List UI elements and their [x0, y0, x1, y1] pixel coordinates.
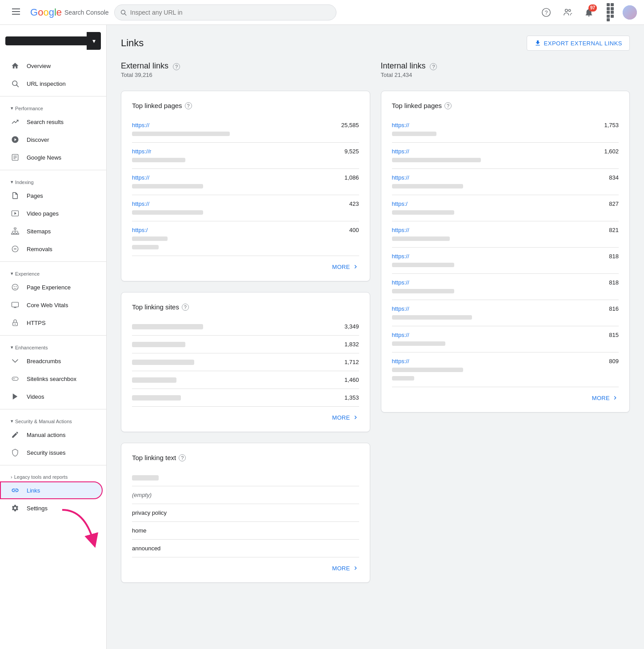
- cards-row: External links ? Total 39,216 Top linked…: [121, 61, 630, 583]
- external-links-column: External links ? Total 39,216 Top linked…: [121, 61, 370, 583]
- sidebar-item-search-results[interactable]: Search results: [0, 113, 103, 131]
- section-label-performance[interactable]: ▾ Performance: [0, 100, 106, 113]
- linking-site-row-1: 3,349: [132, 318, 359, 336]
- section-label-enhancements[interactable]: ▾ Enhancements: [0, 339, 106, 352]
- removals-icon: [11, 244, 20, 253]
- sidebar-item-breadcrumbs[interactable]: Breadcrumbs: [0, 352, 103, 370]
- int-link-row-1: https:// 1,753: [392, 116, 619, 143]
- sidebar-item-https[interactable]: HTTPS: [0, 314, 103, 332]
- linking-site-count-3: 1,712: [344, 359, 359, 365]
- section-title-experience: Experience: [15, 271, 40, 276]
- ext-link-row-3: https:// 1,086: [132, 169, 359, 195]
- sidebar-item-links[interactable]: Links: [0, 481, 103, 499]
- int-link-row-6: https:// 818: [392, 248, 619, 274]
- sidebar-item-settings[interactable]: Settings: [0, 499, 103, 517]
- linking-sites-more-link[interactable]: MORE: [132, 407, 359, 421]
- sidebar-item-video-pages[interactable]: Video pages: [0, 204, 103, 222]
- linking-site-row-5: 1,353: [132, 389, 359, 407]
- menu-button[interactable]: [7, 4, 25, 21]
- sidebar-item-url-inspection[interactable]: URL inspection: [0, 75, 103, 92]
- home-icon: [11, 61, 20, 70]
- section-label-indexing[interactable]: ▾ Indexing: [0, 174, 106, 187]
- int-link-url-2[interactable]: https://: [392, 148, 597, 155]
- help-icon-ext-linked[interactable]: ?: [185, 102, 192, 109]
- sidebar-divider-5: [0, 409, 106, 409]
- int-link-url-6[interactable]: https://: [392, 253, 602, 260]
- internal-links-title: Internal links: [381, 61, 426, 70]
- int-link-url-10[interactable]: https://: [392, 358, 602, 365]
- int-link-url-3[interactable]: https://: [392, 174, 602, 181]
- chart-icon: [11, 117, 20, 126]
- sidebar-label-security-issues: Security issues: [27, 449, 65, 456]
- help-icon: ?: [541, 8, 551, 17]
- export-external-links-button[interactable]: EXPORT EXTERNAL LINKS: [527, 36, 630, 51]
- int-link-row-10: https:// 809: [392, 353, 619, 387]
- chevron-right-icon-4: [612, 394, 619, 401]
- svg-point-28: [12, 284, 18, 290]
- svg-text:?: ?: [545, 9, 548, 16]
- int-link-url-8[interactable]: https://: [392, 305, 602, 312]
- breadcrumbs-icon: [11, 357, 20, 365]
- ext-link-url-5[interactable]: https:/: [132, 227, 342, 233]
- sidebar-item-manual-actions[interactable]: Manual actions: [0, 426, 103, 444]
- property-dropdown-button[interactable]: ▾: [87, 32, 101, 50]
- ext-link-row-4: https:// 423: [132, 195, 359, 221]
- sidebar-item-pages[interactable]: Pages: [0, 187, 103, 204]
- svg-point-35: [15, 324, 16, 324]
- sidebar-item-overview[interactable]: Overview: [0, 57, 103, 75]
- ext-link-url-4[interactable]: https://: [132, 200, 342, 207]
- section-label-security[interactable]: ▾ Security & Manual Actions: [0, 413, 106, 426]
- search-icon: [120, 9, 127, 16]
- sidebar-item-sitemaps[interactable]: Sitemaps: [0, 222, 103, 240]
- external-links-help-icon[interactable]: ?: [173, 63, 180, 70]
- ext-link-url-2[interactable]: https://r: [132, 148, 337, 155]
- url-search-bar[interactable]: [114, 4, 336, 20]
- ext-link-url-3[interactable]: https://: [132, 174, 337, 181]
- manage-users-button[interactable]: [559, 4, 576, 21]
- int-link-url-5[interactable]: https://: [392, 227, 602, 233]
- sidebar-item-security-issues[interactable]: Security issues: [0, 444, 103, 461]
- property-button[interactable]: [5, 36, 87, 45]
- sidebar-item-page-experience[interactable]: Page Experience: [0, 278, 103, 296]
- int-linked-more-link[interactable]: MORE: [392, 387, 619, 401]
- chevron-down-icon-3: ▾: [11, 271, 13, 276]
- help-icon-int-linked[interactable]: ?: [444, 102, 452, 109]
- int-link-url-9[interactable]: https://: [392, 332, 602, 338]
- int-link-count-3: 834: [609, 174, 619, 181]
- ext-linked-more-link[interactable]: MORE: [132, 256, 359, 270]
- svg-rect-1: [12, 11, 20, 12]
- svg-rect-18: [12, 233, 14, 235]
- notifications-wrapper: 97: [580, 4, 598, 21]
- sidebar-item-core-web-vitals[interactable]: Core Web Vitals: [0, 296, 103, 314]
- card-title-linking-sites: Top linking sites: [132, 303, 179, 311]
- video-icon: [11, 209, 20, 218]
- help-icon-linking-text[interactable]: ?: [179, 454, 186, 461]
- int-link-url-4[interactable]: https:/: [392, 200, 602, 207]
- linking-text-home: home: [132, 527, 147, 534]
- sidebar-item-videos[interactable]: Videos: [0, 388, 103, 405]
- int-linked-more-label: MORE: [592, 395, 610, 401]
- sidebar-item-removals[interactable]: Removals: [0, 240, 103, 258]
- linking-text-more-label: MORE: [332, 565, 350, 572]
- int-link-url-1[interactable]: https://: [392, 122, 597, 128]
- section-label-legacy[interactable]: › Legacy tools and reports: [0, 469, 106, 481]
- chevron-right-icon-2: [352, 414, 359, 421]
- section-label-experience[interactable]: ▾ Experience: [0, 265, 106, 278]
- internal-links-help-icon[interactable]: ?: [430, 63, 437, 70]
- int-link-count-7: 818: [609, 279, 619, 286]
- apps-button[interactable]: [601, 4, 619, 21]
- svg-line-4: [124, 13, 126, 15]
- ext-link-url-1[interactable]: https://: [132, 122, 334, 128]
- linking-text-more-link[interactable]: MORE: [132, 557, 359, 572]
- search-input[interactable]: [130, 9, 331, 16]
- svg-rect-0: [12, 8, 20, 9]
- help-icon-linking-sites[interactable]: ?: [182, 304, 189, 311]
- sidebar-item-google-news[interactable]: Google News: [0, 148, 103, 166]
- int-link-url-7[interactable]: https://: [392, 279, 602, 286]
- pages-icon: [11, 191, 20, 200]
- sidebar-item-discover[interactable]: Discover: [0, 131, 103, 148]
- help-button[interactable]: ?: [537, 4, 555, 21]
- ext-link-row-2: https://r 9,525: [132, 143, 359, 169]
- avatar[interactable]: [623, 5, 637, 20]
- sidebar-item-sitelinks-searchbox[interactable]: Sitelinks searchbox: [0, 370, 103, 388]
